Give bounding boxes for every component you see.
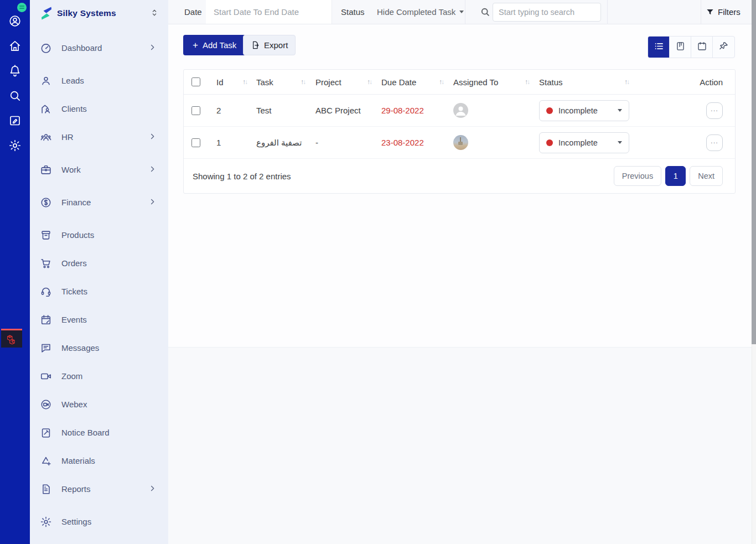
- brand-name: Silky Systems: [57, 8, 116, 18]
- task-cell: Test: [252, 95, 310, 126]
- column-header-assigned-to[interactable]: Assigned To ↑↓: [449, 70, 535, 94]
- assigned-to-cell: [449, 127, 535, 158]
- chevron-down-icon: [459, 11, 464, 13]
- hr-icon: [40, 131, 52, 143]
- status-dropdown[interactable]: Incomplete: [539, 132, 629, 153]
- rail-bell-button[interactable]: [8, 64, 22, 77]
- messages-icon: [40, 342, 52, 354]
- sidebar-item-work[interactable]: Work: [30, 156, 168, 184]
- id-cell: 1: [211, 127, 252, 158]
- table-row: 2 Test ABC Project 29-08-2022 Incomplete…: [184, 95, 735, 127]
- next-page-button[interactable]: Next: [690, 166, 723, 186]
- column-header-id[interactable]: Id ↑↓: [211, 70, 252, 94]
- sort-icon[interactable]: ↑↓: [367, 78, 371, 86]
- rail-home-button[interactable]: [8, 39, 22, 53]
- person-placeholder-icon: [453, 103, 468, 118]
- row-checkbox[interactable]: [191, 138, 200, 147]
- sidebar-item-messages[interactable]: Messages: [30, 334, 168, 362]
- sort-icon[interactable]: ↑↓: [525, 78, 529, 86]
- rail-profile-button[interactable]: [8, 14, 22, 28]
- file-export-icon: [251, 40, 260, 50]
- status-cell: Incomplete: [535, 95, 634, 126]
- table-row: 1 تصفية الفروع - 23-08-2022 Incomplete .…: [184, 127, 735, 159]
- sidebar-item-webex[interactable]: Webex: [30, 390, 168, 418]
- row-actions-button[interactable]: ...: [706, 134, 723, 151]
- list-view-icon: [654, 41, 664, 53]
- export-button[interactable]: Export: [243, 35, 296, 55]
- online-status-dot: [17, 3, 27, 12]
- action-cell: ...: [634, 95, 735, 126]
- status-filter-dropdown[interactable]: Hide Completed Task: [377, 0, 464, 24]
- sort-icon[interactable]: ↑↓: [242, 78, 247, 86]
- sidebar-item-clients[interactable]: Clients: [30, 95, 168, 123]
- project-cell: -: [310, 127, 377, 158]
- chevron-right-icon: [149, 165, 156, 174]
- action-cell: ...: [634, 127, 735, 158]
- sidebar-item-orders[interactable]: Orders: [30, 249, 168, 277]
- pinned-view-icon: [718, 41, 729, 53]
- select-all-checkbox[interactable]: [191, 77, 200, 86]
- sidebar-collapse-button[interactable]: [149, 8, 159, 18]
- list-view-button[interactable]: [648, 37, 670, 58]
- page-number-button[interactable]: 1: [665, 166, 686, 186]
- column-header-task[interactable]: Task ↑↓: [252, 70, 310, 94]
- profile-icon: [8, 14, 22, 28]
- assignee-photo-avatar: [453, 135, 468, 150]
- rail-search-button[interactable]: [8, 89, 22, 102]
- row-checkbox[interactable]: [191, 106, 200, 115]
- rail-gear-button[interactable]: [8, 139, 22, 152]
- tickets-icon: [40, 286, 52, 298]
- date-range-field: [206, 0, 332, 24]
- sidebar-item-notice-board[interactable]: Notice Board: [30, 418, 168, 447]
- products-icon: [40, 229, 52, 241]
- clients-icon: [40, 103, 52, 115]
- sidebar-header: Silky Systems: [30, 0, 168, 27]
- select-all-cell: [184, 70, 211, 94]
- pinned-view-button[interactable]: [713, 37, 734, 58]
- sort-icon[interactable]: ↑↓: [439, 78, 443, 86]
- sidebar-item-dashboard[interactable]: Dashboard: [30, 34, 168, 62]
- chevron-down-icon: [618, 141, 622, 144]
- sidebar-item-tickets[interactable]: Tickets: [30, 277, 168, 305]
- due-date-cell: 29-08-2022: [377, 95, 449, 126]
- sidebar-item-settings[interactable]: Settings: [30, 507, 168, 536]
- content-background: [168, 347, 756, 544]
- row-actions-button[interactable]: ...: [706, 102, 723, 119]
- sidebar-item-finance[interactable]: Finance: [30, 188, 168, 216]
- laravel-debugbar-button[interactable]: [1, 329, 22, 348]
- reports-icon: [40, 483, 52, 495]
- filters-button[interactable]: Filters: [706, 0, 741, 24]
- sidebar-item-reports[interactable]: Reports: [30, 475, 168, 503]
- date-range-input[interactable]: [206, 0, 332, 24]
- search-input[interactable]: [493, 3, 601, 22]
- laravel-icon: [6, 333, 18, 345]
- chevron-right-icon: [149, 198, 156, 207]
- chevron-down-icon: [618, 109, 622, 112]
- work-icon: [40, 164, 52, 176]
- sidebar-item-hr[interactable]: HR: [30, 123, 168, 151]
- previous-page-button[interactable]: Previous: [614, 166, 661, 186]
- sidebar-item-leads[interactable]: Leads: [30, 66, 168, 95]
- status-dot-icon: [546, 107, 553, 114]
- kanban-view-button[interactable]: [670, 37, 691, 58]
- materials-icon: [40, 455, 52, 467]
- add-task-button[interactable]: + Add Task: [183, 35, 246, 55]
- status-dot-icon: [546, 139, 553, 146]
- scrollbar-thumb[interactable]: [752, 0, 756, 344]
- column-header-due-date[interactable]: Due Date ↑↓: [377, 70, 449, 94]
- sort-icon[interactable]: ↑↓: [624, 78, 629, 86]
- sidebar-item-events[interactable]: Events: [30, 305, 168, 334]
- calendar-view-button[interactable]: [691, 37, 713, 58]
- column-header-status[interactable]: Status ↑↓: [535, 70, 634, 94]
- status-dropdown[interactable]: Incomplete: [539, 100, 629, 121]
- rail-note-button[interactable]: [8, 114, 22, 127]
- bell-icon: [8, 64, 22, 77]
- column-header-project[interactable]: Project ↑↓: [310, 70, 377, 94]
- table-header-row: Id ↑↓ Task ↑↓ Project ↑↓ Due Date ↑↓ Ass…: [184, 70, 735, 95]
- sidebar-item-zoom[interactable]: Zoom: [30, 362, 168, 390]
- sort-icon[interactable]: ↑↓: [301, 78, 305, 86]
- assignee-avatar: [453, 103, 468, 118]
- sidebar-item-materials[interactable]: Materials: [30, 447, 168, 475]
- unfold-icon: [151, 9, 158, 17]
- sidebar-item-products[interactable]: Products: [30, 221, 168, 249]
